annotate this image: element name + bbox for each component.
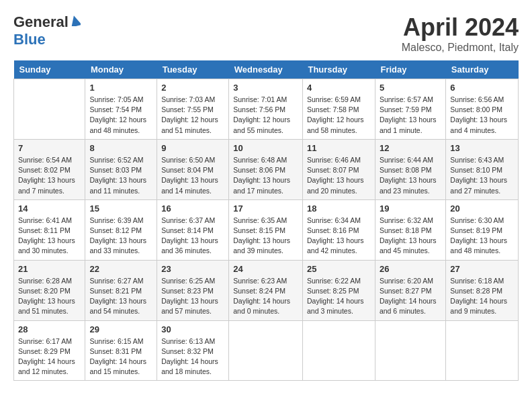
day-info: Sunrise: 6:25 AM Sunset: 8:23 PM Dayligh… [161, 276, 224, 317]
day-info: Sunrise: 6:59 AM Sunset: 7:58 PM Dayligh… [307, 95, 371, 136]
day-number: 28 [18, 324, 81, 334]
day-info: Sunrise: 6:28 AM Sunset: 8:20 PM Dayligh… [18, 276, 81, 317]
calendar-cell: 9Sunrise: 6:50 AM Sunset: 8:04 PM Daylig… [157, 139, 229, 199]
day-info: Sunrise: 6:20 AM Sunset: 8:27 PM Dayligh… [380, 276, 441, 317]
day-number: 24 [233, 264, 298, 274]
day-number: 29 [89, 324, 152, 334]
calendar-cell: 14Sunrise: 6:41 AM Sunset: 8:11 PM Dayli… [14, 199, 85, 260]
day-number: 8 [89, 143, 152, 153]
calendar-cell: 22Sunrise: 6:27 AM Sunset: 8:21 PM Dayli… [85, 260, 157, 320]
day-info: Sunrise: 6:17 AM Sunset: 8:29 PM Dayligh… [18, 336, 81, 377]
header-sunday: Sunday [14, 60, 85, 79]
day-number: 18 [307, 203, 371, 214]
day-number: 17 [233, 203, 298, 214]
day-info: Sunrise: 7:03 AM Sunset: 7:55 PM Dayligh… [161, 95, 224, 136]
header-wednesday: Wednesday [229, 60, 303, 79]
day-number: 5 [380, 83, 441, 93]
day-number: 25 [307, 264, 371, 274]
day-info: Sunrise: 6:22 AM Sunset: 8:25 PM Dayligh… [307, 276, 371, 317]
day-number: 1 [89, 83, 152, 93]
calendar-cell: 7Sunrise: 6:54 AM Sunset: 8:02 PM Daylig… [14, 139, 85, 199]
logo-general-text: General [13, 13, 69, 31]
title-block: April 2024 Malesco, Piedmont, Italy [402, 13, 519, 54]
day-info: Sunrise: 6:15 AM Sunset: 8:31 PM Dayligh… [89, 336, 152, 377]
day-info: Sunrise: 6:41 AM Sunset: 8:11 PM Dayligh… [18, 216, 81, 257]
calendar-cell: 29Sunrise: 6:15 AM Sunset: 8:31 PM Dayli… [85, 320, 157, 381]
day-number: 12 [380, 143, 441, 153]
day-number: 13 [450, 143, 514, 153]
calendar-cell: 15Sunrise: 6:39 AM Sunset: 8:12 PM Dayli… [85, 199, 157, 260]
page-header: General Blue April 2024 Malesco, Piedmon… [13, 13, 519, 54]
calendar-body: 1Sunrise: 7:05 AM Sunset: 7:54 PM Daylig… [14, 79, 519, 381]
calendar-cell: 1Sunrise: 7:05 AM Sunset: 7:54 PM Daylig… [85, 79, 157, 140]
calendar-cell: 26Sunrise: 6:20 AM Sunset: 8:27 PM Dayli… [375, 260, 445, 320]
day-number: 30 [161, 324, 224, 334]
day-info: Sunrise: 6:34 AM Sunset: 8:16 PM Dayligh… [307, 216, 371, 257]
calendar-cell: 21Sunrise: 6:28 AM Sunset: 8:20 PM Dayli… [14, 260, 85, 320]
day-info: Sunrise: 6:39 AM Sunset: 8:12 PM Dayligh… [89, 216, 152, 257]
svg-marker-0 [70, 15, 81, 26]
calendar-cell [375, 320, 445, 381]
calendar-header: Sunday Monday Tuesday Wednesday Thursday… [14, 60, 519, 79]
day-info: Sunrise: 6:46 AM Sunset: 8:07 PM Dayligh… [307, 155, 371, 196]
day-number: 6 [450, 83, 514, 93]
calendar-cell: 23Sunrise: 6:25 AM Sunset: 8:23 PM Dayli… [157, 260, 229, 320]
day-number: 20 [450, 203, 514, 214]
day-info: Sunrise: 6:48 AM Sunset: 8:06 PM Dayligh… [233, 155, 298, 196]
calendar-cell: 30Sunrise: 6:13 AM Sunset: 8:32 PM Dayli… [157, 320, 229, 381]
day-number: 23 [161, 264, 224, 274]
calendar-cell: 24Sunrise: 6:23 AM Sunset: 8:24 PM Dayli… [229, 260, 303, 320]
day-info: Sunrise: 6:44 AM Sunset: 8:08 PM Dayligh… [380, 155, 441, 196]
day-info: Sunrise: 6:32 AM Sunset: 8:18 PM Dayligh… [380, 216, 441, 257]
day-number: 2 [161, 83, 224, 93]
day-info: Sunrise: 6:37 AM Sunset: 8:14 PM Dayligh… [161, 216, 224, 257]
day-info: Sunrise: 6:13 AM Sunset: 8:32 PM Dayligh… [161, 336, 224, 377]
calendar-cell: 12Sunrise: 6:44 AM Sunset: 8:08 PM Dayli… [375, 139, 445, 199]
calendar-cell [229, 320, 303, 381]
day-number: 3 [233, 83, 298, 93]
day-info: Sunrise: 6:35 AM Sunset: 8:15 PM Dayligh… [233, 216, 298, 257]
calendar-cell: 17Sunrise: 6:35 AM Sunset: 8:15 PM Dayli… [229, 199, 303, 260]
day-info: Sunrise: 7:01 AM Sunset: 7:56 PM Dayligh… [233, 95, 298, 136]
calendar-cell: 11Sunrise: 6:46 AM Sunset: 8:07 PM Dayli… [302, 139, 375, 199]
day-info: Sunrise: 6:56 AM Sunset: 8:00 PM Dayligh… [450, 95, 514, 136]
calendar-cell: 19Sunrise: 6:32 AM Sunset: 8:18 PM Dayli… [375, 199, 445, 260]
day-number: 15 [89, 203, 152, 214]
day-number: 27 [450, 264, 514, 274]
day-info: Sunrise: 6:18 AM Sunset: 8:28 PM Dayligh… [450, 276, 514, 317]
calendar-cell: 13Sunrise: 6:43 AM Sunset: 8:10 PM Dayli… [446, 139, 519, 199]
day-number: 10 [233, 143, 298, 153]
calendar-cell: 6Sunrise: 6:56 AM Sunset: 8:00 PM Daylig… [446, 79, 519, 140]
day-number: 26 [380, 264, 441, 274]
logo-triangle-icon [70, 15, 81, 29]
day-info: Sunrise: 6:27 AM Sunset: 8:21 PM Dayligh… [89, 276, 152, 317]
calendar-cell: 27Sunrise: 6:18 AM Sunset: 8:28 PM Dayli… [446, 260, 519, 320]
calendar-cell [302, 320, 375, 381]
day-number: 9 [161, 143, 224, 153]
day-info: Sunrise: 6:43 AM Sunset: 8:10 PM Dayligh… [450, 155, 514, 196]
calendar-location: Malesco, Piedmont, Italy [402, 42, 519, 54]
calendar-cell: 16Sunrise: 6:37 AM Sunset: 8:14 PM Dayli… [157, 199, 229, 260]
day-info: Sunrise: 6:57 AM Sunset: 7:59 PM Dayligh… [380, 95, 441, 136]
calendar-cell [14, 79, 85, 140]
header-tuesday: Tuesday [157, 60, 229, 79]
day-info: Sunrise: 6:50 AM Sunset: 8:04 PM Dayligh… [161, 155, 224, 196]
calendar-title: April 2024 [402, 13, 519, 42]
calendar-cell: 8Sunrise: 6:52 AM Sunset: 8:03 PM Daylig… [85, 139, 157, 199]
header-saturday: Saturday [446, 60, 519, 79]
day-info: Sunrise: 6:23 AM Sunset: 8:24 PM Dayligh… [233, 276, 298, 317]
day-info: Sunrise: 7:05 AM Sunset: 7:54 PM Dayligh… [89, 95, 152, 136]
day-info: Sunrise: 6:30 AM Sunset: 8:19 PM Dayligh… [450, 216, 514, 257]
day-info: Sunrise: 6:52 AM Sunset: 8:03 PM Dayligh… [89, 155, 152, 196]
logo: General Blue [13, 13, 81, 48]
day-number: 16 [161, 203, 224, 214]
day-number: 21 [18, 264, 81, 274]
header-friday: Friday [375, 60, 445, 79]
day-number: 14 [18, 203, 81, 214]
calendar-table: Sunday Monday Tuesday Wednesday Thursday… [13, 60, 519, 381]
logo-blue-text: Blue [13, 31, 46, 48]
calendar-cell: 3Sunrise: 7:01 AM Sunset: 7:56 PM Daylig… [229, 79, 303, 140]
calendar-cell: 20Sunrise: 6:30 AM Sunset: 8:19 PM Dayli… [446, 199, 519, 260]
calendar-cell [446, 320, 519, 381]
day-number: 22 [89, 264, 152, 274]
